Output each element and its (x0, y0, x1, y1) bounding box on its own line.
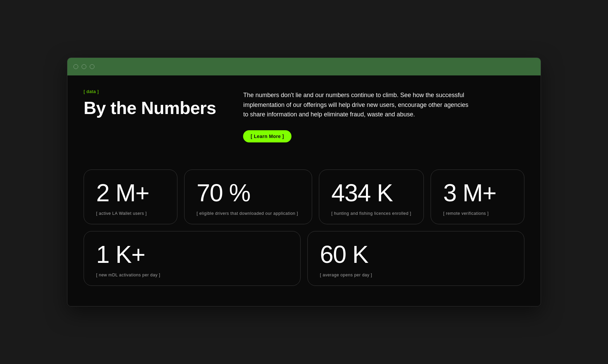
content-top: data By the Numbers The numbers don't li… (84, 89, 524, 142)
section-description: The numbers don't lie and our numbers co… (243, 90, 473, 119)
stat-value-60k: 60 K (320, 242, 368, 267)
stat-value-2m: 2 M+ (96, 181, 149, 205)
learn-more-button[interactable]: Learn More (243, 130, 291, 142)
traffic-light-3[interactable] (90, 64, 94, 69)
stat-card-70pct: 70 % eligible drivers that downloaded ou… (184, 169, 312, 224)
right-column: The numbers don't lie and our numbers co… (243, 89, 524, 142)
stat-card-2m: 2 M+ active LA Wallet users (84, 169, 177, 224)
stat-card-1k: 1 K+ new mDL activations per day (84, 231, 301, 286)
browser-titlebar (67, 58, 541, 75)
stat-label-434k: hunting and fishing licences enrolled (331, 211, 411, 216)
stat-value-70pct: 70 % (197, 181, 250, 205)
page-title: By the Numbers (84, 98, 216, 118)
section-tag: data (84, 89, 216, 94)
stat-label-2m: active LA Wallet users (96, 211, 147, 216)
browser-window: data By the Numbers The numbers don't li… (67, 58, 541, 306)
stats-grid: 2 M+ active LA Wallet users 70 % eligibl… (84, 169, 524, 286)
stat-card-60k: 60 K average opens per day (307, 231, 524, 286)
stat-label-3m: remote verifications (443, 211, 488, 216)
stats-row-2: 1 K+ new mDL activations per day 60 K av… (84, 231, 524, 286)
stat-value-1k: 1 K+ (96, 242, 145, 267)
stat-card-434k: 434 K hunting and fishing licences enrol… (319, 169, 424, 224)
left-column: data By the Numbers (84, 89, 216, 118)
traffic-light-1[interactable] (73, 64, 78, 69)
stat-label-60k: average opens per day (320, 273, 372, 277)
traffic-light-2[interactable] (82, 64, 86, 69)
stat-label-70pct: eligible drivers that downloaded our app… (197, 211, 298, 216)
stat-value-3m: 3 M+ (443, 181, 496, 205)
stat-card-3m: 3 M+ remote verifications (431, 169, 524, 224)
stat-label-1k: new mDL activations per day (96, 273, 160, 277)
stat-value-434k: 434 K (331, 181, 393, 205)
page-body: data By the Numbers The numbers don't li… (67, 75, 541, 306)
stats-row-1: 2 M+ active LA Wallet users 70 % eligibl… (84, 169, 524, 224)
